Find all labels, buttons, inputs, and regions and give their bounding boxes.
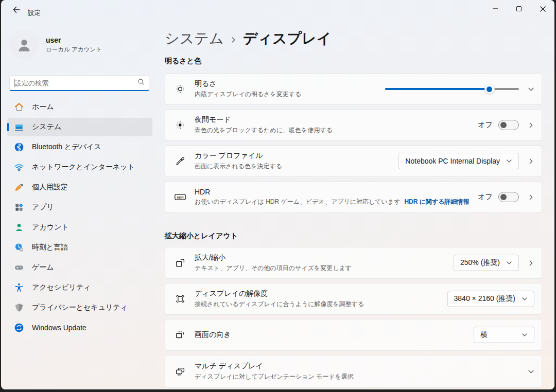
resolution-icon — [165, 293, 195, 305]
sidebar-item-label: プライバシーとセキュリティ — [32, 303, 128, 312]
avatar — [9, 30, 39, 60]
scale-value: 250% (推奨) — [460, 258, 500, 268]
row-subtitle: 接続されているディスプレイに合うように解像度を調整する — [195, 300, 447, 309]
paintbrush-icon — [13, 182, 24, 193]
setting-row-resolution[interactable]: ディスプレイの解像度 接続されているディスプレイに合うように解像度を調整する 3… — [165, 283, 542, 315]
brightness-sun-icon — [165, 83, 195, 95]
row-subtitle: テキスト、アプリ、その他の項目のサイズを変更します — [195, 264, 454, 273]
orientation-value: 横 — [480, 330, 488, 340]
back-button[interactable] — [7, 3, 26, 19]
setting-row-brightness[interactable]: 明るさ 内蔵ディスプレイの明るさを変更する — [165, 73, 542, 105]
selected-accent-pill — [7, 123, 9, 131]
section-scale-layout: 拡大縮小とレイアウト — [165, 231, 542, 241]
orientation-dropdown[interactable]: 横 — [474, 327, 534, 343]
sidebar-item-accessibility[interactable]: アクセシビリティ — [7, 278, 152, 297]
setting-row-orientation[interactable]: 画面の向き 横 — [165, 319, 542, 351]
sidebar-item-personalization[interactable]: 個人用設定 — [7, 178, 152, 197]
chevron-right-icon — [527, 194, 534, 201]
toggle-knob — [500, 122, 507, 128]
hdr-state-label: オフ — [478, 192, 493, 202]
breadcrumb-system[interactable]: システム — [165, 29, 224, 48]
hdr-badge-icon: HDR — [165, 191, 195, 203]
chevron-right-icon — [527, 158, 534, 165]
brightness-slider[interactable] — [385, 84, 519, 94]
breadcrumb: システム ディスプレイ — [165, 21, 542, 48]
color-profile-dropdown[interactable]: Notebook PC Internal Display — [398, 153, 519, 169]
close-button[interactable] — [531, 0, 554, 17]
row-title: 明るさ — [195, 79, 385, 88]
dropdown-chevron-icon — [506, 260, 512, 266]
sidebar-item-privacy-security[interactable]: プライバシーとセキュリティ — [7, 298, 152, 317]
row-title: 画面の向き — [195, 330, 474, 340]
section-brightness-color: 明るさと色 — [165, 57, 542, 66]
minimize-button[interactable] — [483, 0, 507, 17]
chevron-down-icon[interactable] — [527, 368, 534, 375]
sidebar-item-windows-update[interactable]: Windows Update — [7, 318, 152, 337]
sidebar-item-label: 個人用設定 — [32, 183, 68, 192]
sidebar-item-label: アカウント — [32, 223, 69, 232]
text-caret — [14, 79, 14, 87]
scale-dropdown[interactable]: 250% (推奨) — [454, 255, 519, 271]
chevron-down-icon[interactable] — [527, 86, 534, 93]
brightness-color-cards: 明るさ 内蔵ディスプレイの明るさを変更する — [165, 73, 542, 213]
sidebar-item-bluetooth-devices[interactable]: Bluetooth とデバイス — [7, 138, 152, 156]
home-icon — [13, 102, 24, 113]
hdr-toggle[interactable] — [498, 192, 519, 202]
dropdown-chevron-icon — [522, 296, 528, 302]
sidebar-item-label: ホーム — [32, 102, 54, 112]
scale-icon — [165, 257, 195, 269]
hdr-info-link[interactable]: HDR に関する詳細情報 — [404, 198, 469, 205]
account-person-icon — [13, 222, 24, 233]
chevron-right-icon — [527, 122, 534, 129]
row-subtitle: ディスプレイに対してプレゼンテーション モードを選択 — [195, 372, 527, 381]
row-title: ディスプレイの解像度 — [195, 289, 447, 298]
row-subtitle: 画面に表示される色を決定する — [195, 162, 398, 171]
sidebar-item-label: ゲーム — [32, 263, 54, 272]
sidebar-item-time-language[interactable]: 時刻と言語 — [7, 238, 152, 257]
brightness-slider-thumb[interactable] — [484, 84, 495, 94]
accessibility-icon — [13, 282, 24, 293]
setting-row-scale[interactable]: 拡大/縮小 テキスト、アプリ、その他の項目のサイズを変更します 250% (推奨… — [165, 247, 542, 279]
sidebar-item-label: アプリ — [32, 203, 54, 212]
setting-row-color-profile[interactable]: カラー プロファイル 画面に表示される色を決定する Notebook PC In… — [165, 145, 542, 177]
row-subtitle: お使いのディスプレイは HDR ゲーム、ビデオ、アプリに対応しています — [195, 198, 400, 205]
row-title: マルチ ディスプレイ — [195, 362, 527, 371]
app-title: 設定 — [28, 9, 41, 17]
sidebar-item-label: ネットワークとインターネット — [32, 163, 135, 172]
page-title: ディスプレイ — [243, 29, 332, 48]
night-light-state-label: オフ — [478, 120, 493, 130]
main-content: システム ディスプレイ 明るさと色 明るさ 内蔵ディスプレイの明るさを変更する — [165, 21, 542, 389]
maximize-button[interactable] — [507, 0, 531, 17]
titlebar: 設定 — [1, 0, 554, 21]
setting-row-multi-display[interactable]: マルチ ディスプレイ ディスプレイに対してプレゼンテーション モードを選択 — [165, 355, 542, 388]
eyedropper-icon — [165, 155, 195, 167]
window-controls — [483, 0, 554, 17]
night-light-toggle[interactable] — [498, 120, 519, 130]
resolution-dropdown[interactable]: 3840 × 2160 (推奨) — [447, 291, 534, 307]
game-controller-icon — [13, 262, 24, 273]
settings-window: 設定 user ローカル アカウント — [1, 0, 554, 389]
setting-row-hdr[interactable]: HDR HDR お使いのディスプレイは HDR ゲーム、ビデオ、アプリに対応して… — [165, 181, 542, 213]
sidebar-item-system[interactable]: システム — [7, 118, 152, 136]
sidebar-item-label: システム — [32, 122, 61, 132]
row-subtitle: 青色の光をブロックするために、暖色を使用する — [195, 126, 478, 135]
sidebar-item-apps[interactable]: アプリ — [7, 198, 152, 217]
color-profile-value: Notebook PC Internal Display — [405, 157, 500, 165]
row-title: HDR — [195, 188, 478, 196]
sidebar-item-accounts[interactable]: アカウント — [7, 218, 152, 237]
search-input[interactable] — [15, 79, 137, 87]
row-subtitle: 内蔵ディスプレイの明るさを変更する — [195, 90, 385, 99]
row-title: 拡大/縮小 — [195, 253, 454, 262]
sidebar: user ローカル アカウント ホーム — [1, 21, 157, 389]
user-account-chip[interactable]: user ローカル アカウント — [9, 30, 102, 60]
sidebar-item-label: Bluetooth とデバイス — [32, 142, 101, 152]
sidebar-item-label: Windows Update — [32, 324, 86, 332]
setting-row-night-light[interactable]: 夜間モード 青色の光をブロックするために、暖色を使用する オフ — [165, 109, 542, 141]
dropdown-chevron-icon — [522, 332, 528, 338]
sidebar-item-gaming[interactable]: ゲーム — [7, 258, 152, 277]
sidebar-item-network-internet[interactable]: ネットワークとインターネット — [7, 158, 152, 176]
back-arrow-icon — [12, 6, 21, 16]
search-box[interactable] — [9, 75, 149, 91]
user-name: user — [46, 36, 102, 44]
sidebar-item-home[interactable]: ホーム — [7, 98, 152, 116]
